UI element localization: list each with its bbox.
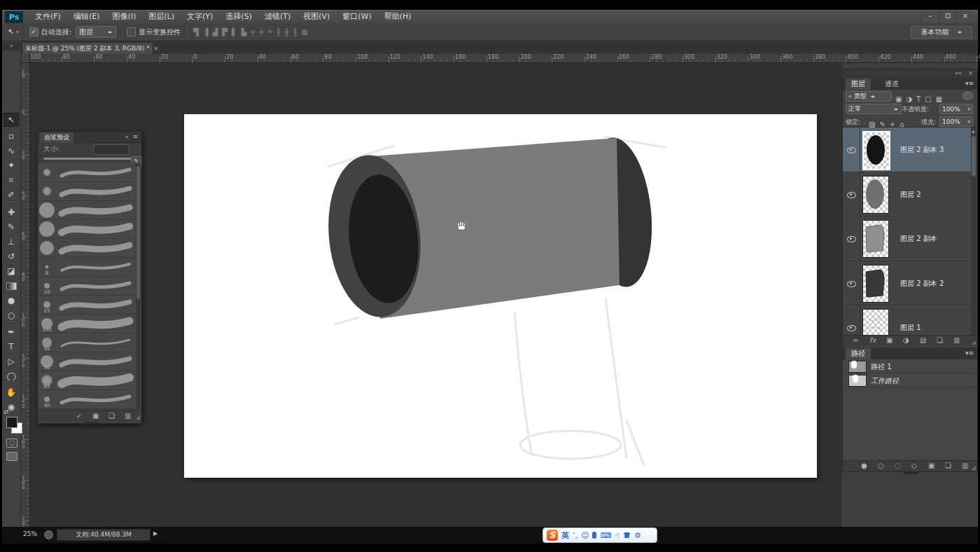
panel-menu-icon[interactable]: ▾≡	[965, 350, 974, 357]
distribute-right-edges-icon[interactable]: ╢	[293, 28, 297, 36]
eye-icon[interactable]	[847, 192, 856, 198]
toolbox-icon[interactable]: ⚙	[634, 531, 641, 540]
collapse-dock-icon[interactable]: ««	[955, 70, 962, 76]
brush-preset-item[interactable]: 40	[38, 390, 137, 409]
marquee-tool[interactable]: ▫	[4, 129, 19, 143]
minimize-button[interactable]: –	[921, 11, 939, 22]
layer-visibility-cell[interactable]	[843, 172, 860, 216]
menu-item[interactable]: 文字(Y)	[181, 11, 219, 23]
layer-thumbnail[interactable]	[862, 176, 889, 214]
layer-style-icon[interactable]: fx	[869, 336, 876, 344]
auto-align-layers-icon[interactable]: ▦	[302, 28, 308, 36]
layer-thumbnail[interactable]	[862, 309, 889, 335]
brush-preset-item[interactable]: 8	[38, 258, 137, 277]
menu-item[interactable]: 视图(V)	[297, 11, 336, 23]
path-name[interactable]: 工作路径	[871, 376, 899, 386]
zoom-level-field[interactable]: 25%	[23, 530, 37, 537]
stroke-path-icon[interactable]: ○	[878, 462, 884, 469]
tab-paths[interactable]: 路径	[846, 348, 871, 359]
delete-layer-icon[interactable]: ▥	[953, 336, 960, 344]
ime-language-mode[interactable]: 英	[561, 530, 569, 541]
brush-preset-item[interactable]: 65	[38, 371, 137, 390]
layer-visibility-cell[interactable]	[843, 216, 860, 261]
resize-grip-icon[interactable]: ◢	[136, 414, 140, 420]
menu-item[interactable]: 滤镜(T)	[258, 11, 297, 23]
brush-preset-item[interactable]: 10	[38, 277, 137, 296]
layer-visibility-cell[interactable]	[843, 305, 860, 335]
eyedropper-tool[interactable]: ✐	[4, 188, 19, 202]
distribute-vertical-centers-icon[interactable]: ╪	[259, 28, 263, 36]
clone-stamp-tool[interactable]: ⊥	[4, 235, 19, 249]
layer-thumbnail[interactable]	[862, 265, 889, 303]
distribute-horizontal-centers-icon[interactable]: ╫	[284, 28, 288, 36]
new-layer-icon[interactable]: ❏	[937, 336, 943, 344]
menu-item[interactable]: 编辑(E)	[67, 11, 106, 23]
path-as-selection-icon[interactable]: ◌	[895, 462, 901, 469]
layer-name[interactable]: 图层 2 副本 2	[900, 279, 944, 289]
swap-colors-icon[interactable]: ⇄	[4, 408, 9, 415]
menu-item[interactable]: 帮助(H)	[378, 11, 418, 23]
add-mask-icon[interactable]: ▣	[928, 462, 934, 469]
brush-presets-tab[interactable]: 画笔预设	[40, 132, 74, 143]
brush-preset-item[interactable]	[38, 182, 137, 201]
align-right-edges-icon[interactable]: ▙	[241, 28, 247, 36]
live-tip-preview-icon[interactable]: ✓	[76, 412, 82, 420]
new-path-icon[interactable]: ❏	[945, 462, 951, 469]
emoji-icon[interactable]: ☺	[581, 531, 589, 540]
collapse-tools-button[interactable]: »	[2, 42, 21, 50]
crop-tool[interactable]: ⌗	[4, 173, 19, 187]
brush-preset-item[interactable]: 50	[38, 333, 137, 352]
type-tool[interactable]: T	[4, 340, 19, 354]
microphone-icon[interactable]	[592, 532, 596, 539]
auto-select-checkbox[interactable]: ✓	[29, 27, 38, 36]
fill-path-icon[interactable]: ●	[861, 462, 867, 469]
menu-item[interactable]: 选择(S)	[219, 11, 258, 23]
gradient-tool[interactable]	[4, 279, 19, 293]
resize-grip-icon[interactable]: ◢	[972, 464, 976, 471]
eraser-tool[interactable]: ◪	[4, 264, 19, 278]
layer-row[interactable]: 图层 2 副本 2	[843, 261, 972, 306]
blur-tool[interactable]: ●	[4, 294, 19, 308]
screen-mode-button[interactable]	[6, 452, 18, 461]
lasso-tool[interactable]: ∿	[4, 144, 19, 158]
punctuation-icon[interactable]: ’,	[573, 531, 578, 540]
tab-channels[interactable]: 通道	[879, 78, 904, 90]
layer-visibility-cell[interactable]	[843, 127, 860, 172]
layer-name[interactable]: 图层 2 副本 3	[900, 145, 944, 155]
handwriting-icon[interactable]: ☝	[615, 531, 620, 540]
brush-preset-item[interactable]: 25	[38, 296, 137, 315]
path-selection-tool[interactable]: ▷	[4, 354, 19, 368]
workspace-switcher-button[interactable]: 基本功能	[911, 26, 972, 39]
align-bottom-edges-icon[interactable]: ▟	[213, 28, 218, 36]
restore-button[interactable]: ⊡	[939, 11, 956, 22]
align-left-edges-icon[interactable]: ▛	[222, 28, 227, 36]
new-group-icon[interactable]: ▤	[920, 336, 926, 344]
close-tab-icon[interactable]: ×	[153, 45, 159, 52]
quick-selection-tool[interactable]: ✦	[4, 158, 19, 172]
tab-layers[interactable]: 图层	[846, 78, 871, 90]
quick-mask-button[interactable]: ◯	[6, 439, 18, 448]
blend-mode-dropdown[interactable]: 正常	[846, 104, 902, 114]
panel-menu-icon[interactable]: ≡	[132, 133, 138, 140]
skin-icon[interactable]	[623, 532, 631, 538]
path-row[interactable]: 路径 1	[843, 359, 977, 373]
close-button[interactable]: ×	[956, 11, 974, 22]
path-name[interactable]: 路径 1	[871, 362, 892, 372]
distribute-left-edges-icon[interactable]: ╟	[276, 28, 280, 36]
history-brush-tool[interactable]: ↺	[4, 249, 19, 263]
pen-tool[interactable]: ✒	[4, 325, 19, 339]
path-row[interactable]: 工作路径	[843, 373, 977, 387]
show-transform-controls-checkbox[interactable]	[127, 27, 136, 36]
move-tool-icon[interactable]: ↖	[8, 27, 14, 36]
delete-brush-icon[interactable]: ▥	[125, 412, 131, 420]
layer-name[interactable]: 图层 2	[900, 190, 921, 200]
close-dock-icon[interactable]: ×	[968, 70, 973, 76]
menu-item[interactable]: 窗口(W)	[336, 11, 377, 23]
collapse-panel-icon[interactable]: «	[125, 133, 129, 140]
sogou-logo-icon[interactable]: S	[547, 530, 558, 541]
panel-drag-handle[interactable]	[83, 422, 98, 424]
distribute-top-edges-icon[interactable]: ╤	[251, 28, 255, 36]
add-layer-mask-icon[interactable]: ▣	[886, 336, 892, 344]
link-layers-icon[interactable]: ∞	[853, 336, 858, 344]
layer-name[interactable]: 图层 2 副本	[900, 234, 937, 244]
